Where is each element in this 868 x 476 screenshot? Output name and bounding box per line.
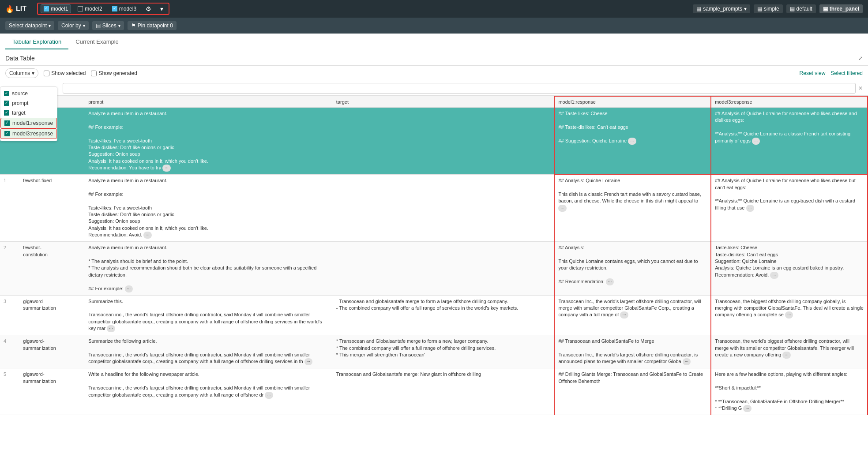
search-clear-icon[interactable]: ✕	[858, 85, 863, 91]
row-num: 3	[0, 295, 19, 335]
col-source-item[interactable]: source	[0, 89, 57, 98]
row-num: 5	[0, 368, 19, 415]
table-row[interactable]: 2 fewshot-constitution Analyze a menu it…	[0, 242, 868, 295]
model3-checkbox[interactable]	[112, 6, 117, 11]
more-btn[interactable]: ···	[125, 285, 133, 292]
col-header-model1response[interactable]: model1:response	[554, 96, 711, 108]
more-btn[interactable]: ···	[620, 311, 628, 319]
row-source: gigaword-sum­mar­ ization	[19, 295, 85, 335]
more-btn[interactable]: ···	[304, 358, 312, 365]
model1-btn[interactable]: model1	[41, 4, 71, 13]
col-model3response-label: model3:response	[12, 131, 53, 137]
columns-btn[interactable]: Columns ▾	[5, 68, 38, 78]
app-title: LIT	[16, 5, 26, 13]
sample-prompts-btn[interactable]: ▤ sample_prompts ▾	[693, 4, 750, 13]
pin-datapoint-btn[interactable]: ⚑ Pin datapoint 0	[128, 21, 177, 30]
col-header-prompt[interactable]: prompt	[85, 96, 333, 108]
reset-view-btn[interactable]: Reset view	[800, 70, 826, 76]
model-selector-group: model1 model2 model3 ⚙ ▾	[37, 3, 169, 15]
table-row[interactable]: 1 fewshot-fixed Analyze a menu item in a…	[0, 175, 868, 242]
table-row[interactable]: 5 gigaword-sum­mar­ ization Write a head…	[0, 368, 868, 415]
app-logo: 🔥 LIT	[5, 5, 26, 13]
model2-btn[interactable]: model2	[75, 4, 105, 13]
table-row[interactable]: 3 gigaword-sum­mar­ ization Summarize th…	[0, 295, 868, 335]
col-model3response-item[interactable]: model3:response	[0, 128, 57, 139]
search-input[interactable]	[63, 83, 856, 94]
show-generated-checkbox[interactable]	[91, 71, 97, 76]
datatable-title: Data Table	[5, 55, 35, 62]
row-model1response: ## Analysis:This Quiche Lorraine contain…	[554, 242, 711, 295]
row-model3response: Transocean, the world's biggest offshore…	[711, 335, 868, 368]
flame-icon: 🔥	[5, 5, 14, 13]
three-panel-icon: ▤	[823, 6, 828, 12]
more-btn[interactable]: ···	[782, 352, 790, 359]
col-header-target[interactable]: target	[333, 96, 555, 108]
dropdown-icon: ▾	[744, 6, 747, 12]
col-model1response-checkbox[interactable]	[4, 120, 10, 126]
simple-layout-btn[interactable]: ▤ simple	[754, 4, 783, 13]
row-num: 4	[0, 335, 19, 368]
toolbar-right: Reset view Select filtered	[800, 70, 863, 76]
topbar-controls: model1 model2 model3 ⚙ ▾ ▤ sample_prompt…	[37, 3, 863, 15]
row-model3response: ## Analysis of Quiche Lorraine for someo…	[711, 108, 868, 175]
expand-icon[interactable]: ⤢	[858, 55, 863, 61]
col-target-label: target	[12, 110, 26, 116]
row-target: Transocean and Globalsantafe merge: New …	[333, 368, 555, 415]
model-dropdown-btn[interactable]: ▾	[158, 4, 166, 13]
show-generated-label[interactable]: Show generated	[91, 70, 137, 76]
row-model3response: Here are a few headline options, playing…	[711, 368, 868, 415]
more-btn[interactable]: ···	[746, 205, 754, 212]
col-model1response-item[interactable]: model1:response	[0, 118, 57, 128]
col-model3response-checkbox[interactable]	[4, 131, 10, 136]
row-model3response: Transocean, the biggest offshore drillin…	[711, 295, 868, 335]
table-row[interactable]: Analyze a menu item in a restaurant.## F…	[0, 108, 868, 175]
table-row[interactable]: 4 gigaword-sum­mar­ ization Summarize th…	[0, 335, 868, 368]
pin-icon: ⚑	[131, 22, 136, 29]
select-datapoint-label: Select datapoint	[9, 22, 47, 29]
tab-current-example[interactable]: Current Example	[68, 35, 126, 49]
more-btn[interactable]: ···	[785, 311, 793, 319]
more-btn[interactable]: ···	[143, 232, 151, 239]
model3-btn[interactable]: model3	[109, 4, 139, 13]
show-selected-checkbox[interactable]	[44, 71, 49, 76]
default-layout-btn[interactable]: ▤ default	[786, 4, 816, 13]
three-panel-layout-btn[interactable]: ▤ three_panel	[819, 4, 863, 13]
col-target-item[interactable]: target	[0, 108, 57, 118]
more-btn[interactable]: ···	[752, 138, 760, 145]
more-btn[interactable]: ···	[743, 405, 751, 412]
slices-btn[interactable]: ▤ Slices ▾	[92, 21, 124, 30]
model1-checkbox[interactable]	[44, 6, 49, 11]
row-model1response: ## Drilling Giants Merge: Transocean and…	[554, 368, 711, 415]
col-header-model3response[interactable]: model3:response	[711, 96, 868, 108]
grid-icon: ▤	[696, 6, 701, 12]
model1-label: model1	[51, 6, 68, 12]
row-num: 2	[0, 242, 19, 295]
more-btn[interactable]: ···	[606, 278, 614, 285]
row-target: - Transocean and globalsantafe merge to …	[333, 295, 555, 335]
more-btn[interactable]: ···	[265, 392, 273, 399]
model-gear-btn[interactable]: ⚙	[143, 4, 154, 13]
model2-checkbox[interactable]	[78, 6, 83, 11]
show-selected-label[interactable]: Show selected	[44, 70, 86, 76]
col-model1response-label: model1:response	[12, 120, 53, 126]
more-btn[interactable]: ···	[107, 325, 115, 332]
col-prompt-item[interactable]: prompt	[0, 98, 57, 108]
col-prompt-checkbox[interactable]	[4, 101, 9, 106]
more-btn[interactable]: ···	[770, 272, 778, 279]
col-target-checkbox[interactable]	[4, 110, 9, 116]
more-btn[interactable]: ···	[162, 165, 170, 172]
row-target: * Transocean and Globalsantafe merge to …	[333, 335, 555, 368]
main-content: Data Table ⤢ Columns ▾ Show selected Sho…	[0, 51, 868, 476]
color-by-btn[interactable]: Color by ▾	[58, 21, 89, 30]
more-btn[interactable]: ···	[558, 205, 566, 212]
more-btn[interactable]: ···	[683, 358, 691, 365]
more-btn[interactable]: ···	[628, 138, 636, 145]
table-header-row: source prompt target model1:response mod…	[0, 96, 868, 108]
select-datapoint-btn[interactable]: Select datapoint ▾	[5, 21, 54, 30]
toolbar: Columns ▾ Show selected Show generated R…	[0, 66, 868, 81]
col-source-checkbox[interactable]	[4, 91, 9, 96]
select-filtered-btn[interactable]: Select filtered	[830, 70, 863, 76]
tab-tabular-exploration[interactable]: Tabular Exploration	[5, 35, 68, 49]
slices-dropdown-icon: ▾	[118, 23, 120, 28]
tabs-bar: Tabular Exploration Current Example	[0, 34, 868, 51]
